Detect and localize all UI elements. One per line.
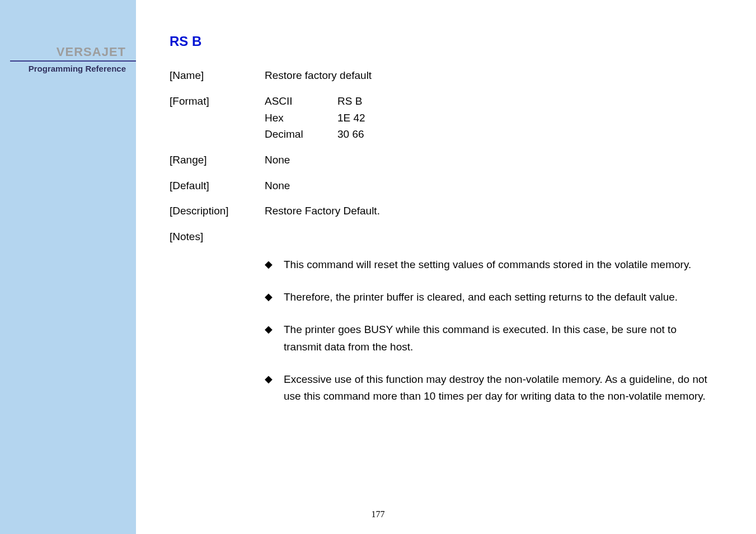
- diamond-bullet-icon: ◆: [265, 256, 284, 273]
- note-item: ◆ Excessive use of this function may des…: [265, 371, 728, 405]
- value-name: Restore factory default: [265, 68, 728, 83]
- value-range: None: [265, 153, 728, 167]
- page-number: 177: [0, 509, 756, 519]
- label-default: [Default]: [170, 179, 265, 193]
- value-default: None: [265, 179, 728, 193]
- diamond-bullet-icon: ◆: [265, 321, 284, 338]
- value-notes-empty: [265, 229, 728, 244]
- fmt-ascii-label: ASCII: [265, 94, 337, 109]
- value-description: Restore Factory Default.: [265, 204, 728, 218]
- fmt-hex-value: 1E 42: [337, 111, 728, 125]
- row-format: [Format] ASCII RS B Hex 1E 42 Decimal 30…: [170, 94, 728, 142]
- fmt-dec-label: Decimal: [265, 127, 337, 142]
- note-text: Excessive use of this function may destr…: [284, 371, 728, 405]
- note-text: Therefore, the printer buffer is cleared…: [284, 289, 728, 306]
- note-item: ◆ The printer goes BUSY while this comma…: [265, 321, 728, 355]
- main-content: RS B [Name] Restore factory default [For…: [136, 0, 756, 534]
- brand-title: VERSAJET: [57, 45, 126, 59]
- label-range: [Range]: [170, 153, 265, 167]
- sidebar-divider: [10, 60, 136, 62]
- sidebar-header: VERSAJET: [57, 45, 126, 59]
- fmt-hex-label: Hex: [265, 111, 337, 125]
- label-format: [Format]: [170, 94, 265, 142]
- sidebar-subtitle: Programming Reference: [29, 64, 126, 73]
- value-format: ASCII RS B Hex 1E 42 Decimal 30 66: [265, 94, 728, 142]
- notes-list: ◆ This command will reset the setting va…: [170, 256, 728, 405]
- row-description: [Description] Restore Factory Default.: [170, 204, 728, 218]
- fmt-ascii-value: RS B: [337, 94, 728, 109]
- fmt-dec-value: 30 66: [337, 127, 728, 142]
- label-description: [Description]: [170, 204, 265, 218]
- row-notes: [Notes]: [170, 229, 728, 244]
- row-default: [Default] None: [170, 179, 728, 193]
- label-name: [Name]: [170, 68, 265, 83]
- note-item: ◆ Therefore, the printer buffer is clear…: [265, 289, 728, 306]
- sidebar: VERSAJET Programming Reference: [0, 0, 136, 534]
- command-title: RS B: [170, 32, 728, 50]
- diamond-bullet-icon: ◆: [265, 371, 284, 387]
- row-name: [Name] Restore factory default: [170, 68, 728, 83]
- note-text: The printer goes BUSY while this command…: [284, 321, 728, 355]
- diamond-bullet-icon: ◆: [265, 289, 284, 305]
- row-range: [Range] None: [170, 153, 728, 167]
- note-item: ◆ This command will reset the setting va…: [265, 256, 728, 273]
- label-notes: [Notes]: [170, 229, 265, 244]
- note-text: This command will reset the setting valu…: [284, 256, 728, 273]
